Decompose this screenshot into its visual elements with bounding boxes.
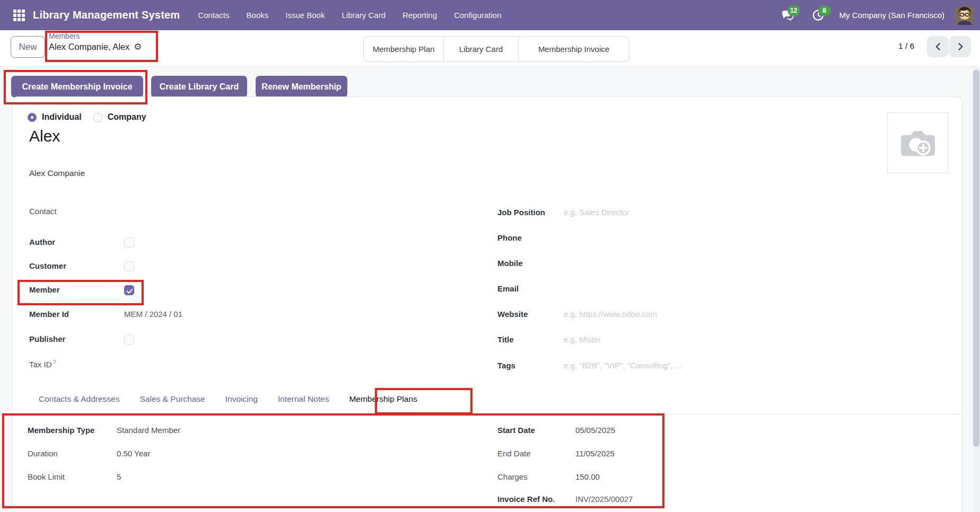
company-switcher[interactable]: My Company (San Francisco) [839,11,944,20]
menu-library-card[interactable]: Library Card [342,11,386,20]
stat-button-group: Membership Plan Library Card Membership … [363,36,629,62]
individual-radio[interactable] [28,113,37,122]
start-date-label: Start Date [497,426,575,435]
duration-label: Duration [28,449,117,458]
invoice-ref-value[interactable]: INV/2025/00027 [575,495,633,504]
stat-membership-plan[interactable]: Membership Plan [364,37,444,61]
tab-invoicing[interactable]: Invoicing [225,394,258,411]
publisher-checkbox[interactable] [124,334,134,345]
stat-library-card[interactable]: Library Card [444,37,519,61]
member-label[interactable]: Member [29,285,124,294]
book-limit-label: Book Limit [28,472,117,481]
title-input[interactable]: e.g. Mister [564,335,601,344]
charges-value: 150.00 [575,472,600,481]
end-date-value: 11/05/2025 [575,449,615,458]
help-question-icon[interactable]: ? [53,359,56,365]
create-membership-invoice-button[interactable]: Create Membership Invoice [11,76,143,98]
screen: Library Management System Contacts Books… [0,0,980,512]
menu-books[interactable]: Books [247,11,269,20]
control-panel: New Members Alex Companie, Alex ⚙ Member… [0,30,980,67]
address-type-label: Contact [29,207,57,216]
customer-label[interactable]: Customer [29,261,124,270]
website-input[interactable]: e.g. https://www.odoo.com [564,310,657,319]
scrollbar-thumb[interactable] [973,69,979,447]
title-label: Title [497,335,564,344]
company-radio[interactable] [93,113,102,122]
menu-contacts[interactable]: Contacts [198,11,229,20]
author-label[interactable]: Author [29,237,124,246]
new-button[interactable]: New [11,36,45,58]
membership-type-value[interactable]: Standard Member [117,426,180,435]
pager-next-button[interactable] [949,36,971,57]
record-name-field[interactable]: Alex [29,127,60,145]
tags-input[interactable]: e.g. "B2B", "VIP", "Consulting", ... [564,361,681,370]
menu-issue-book[interactable]: Issue Book [285,11,325,20]
notebook-divider [13,414,962,414]
camera-plus-icon [898,127,938,160]
tab-sales-purchase[interactable]: Sales & Purchase [140,394,205,411]
job-position-input[interactable]: e.g. Sales Director [564,208,629,217]
image-upload-box[interactable] [887,112,948,173]
end-date-label: End Date [497,449,575,458]
tab-contacts-addresses[interactable]: Contacts & Addresses [39,394,120,411]
email-label: Email [497,284,564,293]
pager-previous-button[interactable] [927,36,949,57]
parent-company-link[interactable]: Alex Companie [29,169,85,178]
author-checkbox[interactable] [124,237,134,248]
invoice-ref-label: Invoice Ref No. [497,495,575,504]
form-sheet [12,96,962,512]
website-label: Website [497,310,564,319]
user-avatar[interactable] [955,6,974,25]
member-checkbox[interactable] [124,285,134,295]
duration-value: 0.50 Year [117,449,150,458]
activities-badge: 8 [818,5,831,16]
tab-internal-notes[interactable]: Internal Notes [278,394,329,411]
apps-grid-icon[interactable] [13,9,25,22]
member-id-value[interactable]: MEM / 2024 / 01 [124,310,182,319]
individual-radio-label[interactable]: Individual [42,112,82,122]
activities-icon[interactable]: 8 [812,9,825,22]
customer-checkbox[interactable] [124,261,134,271]
phone-label: Phone [497,233,564,242]
messages-badge: 12 [788,5,800,16]
tab-membership-plans[interactable]: Membership Plans [349,394,417,411]
menu-configuration[interactable]: Configuration [454,11,501,20]
stat-membership-invoice[interactable]: Membership Invoice [519,37,629,61]
app-title[interactable]: Library Management System [33,9,180,21]
membership-type-label: Membership Type [28,426,117,435]
menu-reporting[interactable]: Reporting [402,11,437,20]
book-limit-value: 5 [117,472,121,481]
gear-icon[interactable]: ⚙ [134,42,142,51]
main-menu: Contacts Books Issue Book Library Card R… [198,11,501,20]
tax-id-label: Tax ID? [29,359,56,369]
renew-membership-button[interactable]: Renew Membership [256,76,347,98]
top-navbar: Library Management System Contacts Books… [0,0,980,30]
charges-label: Charges [497,472,575,481]
job-position-label: Job Position [497,208,564,217]
pager-value: 1 / 6 [898,41,914,51]
breadcrumb: Members Alex Companie, Alex ⚙ [49,32,142,51]
mobile-label: Mobile [497,259,564,268]
tags-label: Tags [497,361,564,370]
messages-icon[interactable]: 12 [781,9,794,22]
breadcrumb-members-link[interactable]: Members [49,32,142,40]
member-id-label: Member Id [29,310,124,319]
start-date-value[interactable]: 05/05/2025 [575,426,615,435]
breadcrumb-current-record: Alex Companie, Alex [49,42,129,51]
notebook-tabs: Contacts & Addresses Sales & Purchase In… [39,394,417,411]
publisher-label[interactable]: Publisher [29,334,124,343]
company-radio-label[interactable]: Company [108,112,146,122]
create-library-card-button[interactable]: Create Library Card [151,76,247,98]
